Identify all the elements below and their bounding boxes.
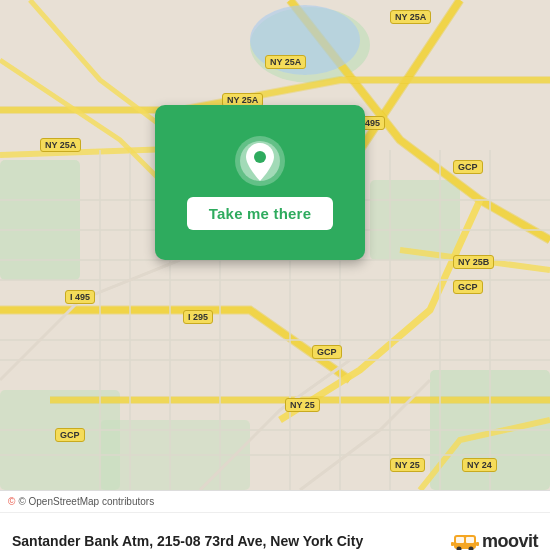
svg-point-10 <box>254 151 266 163</box>
attribution-bar: © © OpenStreetMap contributors <box>0 490 550 512</box>
road-label-ny25b: NY 25B <box>453 255 494 269</box>
moovit-logo: moovit <box>451 528 538 551</box>
map-container: NY 25A NY 25A NY 25A NY 25A I 495 I 495 … <box>0 0 550 490</box>
moovit-logo-icon <box>451 528 479 551</box>
svg-rect-17 <box>476 542 479 546</box>
svg-rect-2 <box>0 160 80 280</box>
osm-logo-icon: © <box>8 496 15 507</box>
road-label-ny25a-left: NY 25A <box>40 138 81 152</box>
road-label-ny25a-top-right: NY 25A <box>390 10 431 24</box>
svg-rect-3 <box>370 180 460 260</box>
svg-rect-13 <box>466 537 474 543</box>
road-label-gcp-upper-right: GCP <box>453 160 483 174</box>
road-label-ny25a-top-mid: NY 25A <box>265 55 306 69</box>
map-pin-icon <box>234 135 286 187</box>
road-label-gcp-mid-right: GCP <box>453 280 483 294</box>
attribution-text: © OpenStreetMap contributors <box>18 496 154 507</box>
road-label-gcp-lower-left: GCP <box>55 428 85 442</box>
take-me-there-button[interactable]: Take me there <box>187 197 333 230</box>
road-label-i295: I 295 <box>183 310 213 324</box>
location-card: Take me there <box>155 105 365 260</box>
svg-rect-16 <box>451 542 454 546</box>
road-label-i495-lower: I 495 <box>65 290 95 304</box>
bottom-bar: Santander Bank Atm, 215-08 73rd Ave, New… <box>0 512 550 550</box>
moovit-logo-text: moovit <box>482 531 538 550</box>
road-label-gcp-lower: GCP <box>312 345 342 359</box>
place-info: Santander Bank Atm, 215-08 73rd Ave, New… <box>12 532 441 550</box>
road-label-ny25-lower: NY 25 <box>285 398 320 412</box>
road-label-ny25-right: NY 25 <box>390 458 425 472</box>
place-name: Santander Bank Atm, 215-08 73rd Ave, New… <box>12 532 441 550</box>
svg-rect-12 <box>456 537 464 543</box>
road-label-ny24: NY 24 <box>462 458 497 472</box>
